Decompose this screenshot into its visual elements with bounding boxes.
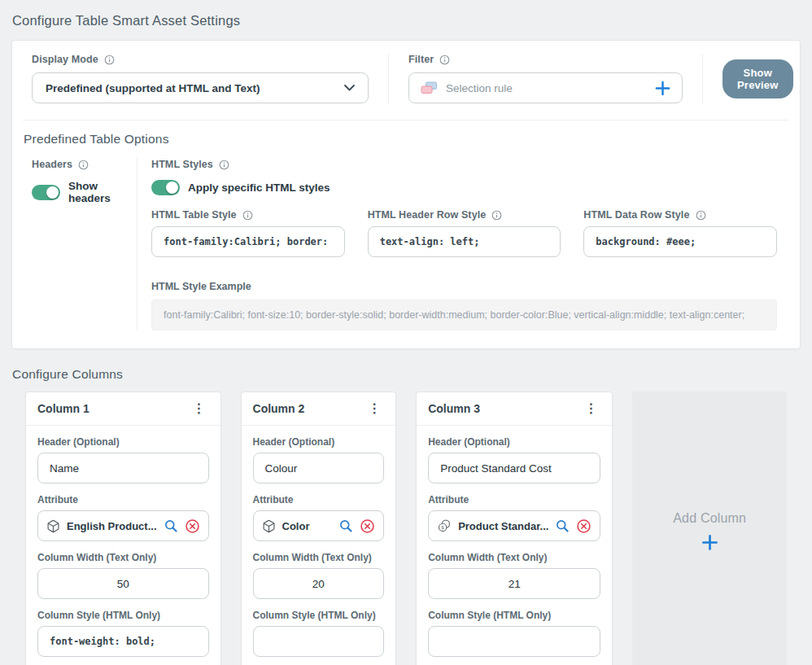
coins-icon: $ [437,518,452,533]
svg-text:$: $ [441,524,444,531]
attribute-picker[interactable]: Color [253,510,385,541]
column-style-input[interactable] [428,626,600,657]
display-mode-label: Display Mode [32,54,98,65]
column-width-input[interactable] [428,568,600,599]
info-icon[interactable] [439,55,450,65]
plus-icon [701,534,718,551]
clear-icon[interactable] [360,518,375,534]
info-icon[interactable] [242,210,253,221]
column-width-input[interactable] [253,568,385,599]
kebab-icon[interactable]: ⋮ [581,400,600,417]
apply-html-styles-toggle[interactable] [151,180,180,195]
search-icon[interactable] [338,518,353,533]
html-table-style-field: HTML Table Style [151,209,345,257]
attribute-label: Attribute [428,494,600,505]
filter-placeholder: Selection rule [446,82,513,94]
column-style-label: Column Style (HTML Only) [428,610,600,621]
info-icon[interactable] [696,210,706,221]
show-headers-toggle[interactable] [32,185,60,200]
cube-icon [262,519,276,533]
chevron-down-icon [344,85,355,91]
attribute-picker[interactable]: English Product... [37,510,209,541]
display-mode-section: Display Mode Predefined (supported at HT… [12,54,388,103]
attribute-label: Attribute [37,494,209,505]
search-icon[interactable] [555,518,570,533]
html-header-row-style-field: HTML Header Row Style [368,209,561,257]
html-data-row-style-input[interactable] [583,226,777,257]
settings-top-row: Display Mode Predefined (supported at HT… [12,41,800,120]
show-preview-button[interactable]: Show Preview [723,59,793,98]
html-style-example-label: HTML Style Example [151,281,777,292]
add-column-label: Add Column [673,511,746,526]
header-optional-label: Header (Optional) [253,436,385,448]
kebab-icon[interactable]: ⋮ [365,400,384,417]
html-data-row-style-field: HTML Data Row Style [583,209,777,268]
html-data-row-style-label: HTML Data Row Style [583,209,689,221]
html-style-example-text: font-family:Calibri; font-size:10; borde… [151,300,777,330]
column-card-title: Column 1 [37,402,89,415]
add-column-button[interactable]: Add Column [632,392,787,665]
attribute-label: Attribute [253,494,385,505]
add-filter-rule-button[interactable] [655,81,670,96]
column-card-3: Column 3 ⋮ Header (Optional) Attribute $… [416,392,613,665]
column-card-title: Column 3 [428,402,480,415]
filter-label: Filter [408,54,434,65]
column-header-input[interactable] [253,453,385,483]
html-table-style-label: HTML Table Style [151,209,237,221]
html-styles-column: HTML Styles Apply specific HTML styles H… [138,157,788,330]
configure-columns-title: Configure Columns [12,367,801,382]
column-width-input[interactable] [37,568,209,599]
info-icon[interactable] [219,160,229,170]
column-header-input[interactable] [428,453,600,483]
column-width-label: Column Width (Text Only) [253,552,385,563]
column-card-title: Column 2 [253,402,305,415]
header-optional-label: Header (Optional) [37,436,209,448]
filter-section: Filter Selection rule [388,54,702,103]
clear-icon[interactable] [185,518,200,534]
attribute-value: Product Standar... [458,520,548,532]
info-icon[interactable] [78,160,89,170]
page: Configure Table Smart Asset Settings Dis… [0,0,812,665]
column-style-label: Column Style (HTML Only) [37,610,209,621]
clear-icon[interactable] [576,518,592,534]
show-headers-toggle-label: Show headers [68,180,129,204]
page-title: Configure Table Smart Asset Settings [12,13,801,28]
kebab-icon[interactable]: ⋮ [190,400,209,417]
preview-section: Show Preview [702,54,812,103]
display-mode-select[interactable]: Predefined (supported at HTML and Text) [32,72,369,103]
column-style-input[interactable] [37,626,209,657]
predefined-options-title: Predefined Table Options [24,132,788,147]
filter-input[interactable]: Selection rule [408,72,683,103]
apply-html-styles-toggle-label: Apply specific HTML styles [188,182,330,194]
predefined-table-options: Predefined Table Options Headers Show he… [12,120,800,348]
stacked-cards-icon [421,81,438,94]
info-icon[interactable] [104,55,115,65]
html-header-row-style-input[interactable] [368,226,561,257]
headers-label: Headers [32,159,72,170]
column-card-2: Column 2 ⋮ Header (Optional) Attribute C… [241,392,397,665]
search-icon[interactable] [164,518,178,533]
header-optional-label: Header (Optional) [428,436,600,448]
column-style-input[interactable] [253,626,385,657]
settings-panel: Display Mode Predefined (supported at HT… [11,40,801,349]
display-mode-value: Predefined (supported at HTML and Text) [46,82,260,94]
info-icon[interactable] [491,210,502,221]
column-header-input[interactable] [37,453,209,483]
columns-row: Column 1 ⋮ Header (Optional) Attribute E… [25,392,787,665]
html-table-style-input[interactable] [151,226,345,257]
html-header-row-style-label: HTML Header Row Style [368,209,487,221]
headers-column: Headers Show headers [24,157,138,330]
html-styles-label: HTML Styles [151,159,213,170]
attribute-value: English Product... [67,520,157,532]
attribute-picker[interactable]: $ Product Standar... [428,510,600,541]
cube-icon [46,519,60,533]
column-card-1: Column 1 ⋮ Header (Optional) Attribute E… [25,392,221,665]
column-width-label: Column Width (Text Only) [37,552,209,563]
column-width-label: Column Width (Text Only) [428,552,600,563]
attribute-value: Color [282,520,333,532]
column-style-label: Column Style (HTML Only) [253,610,385,621]
